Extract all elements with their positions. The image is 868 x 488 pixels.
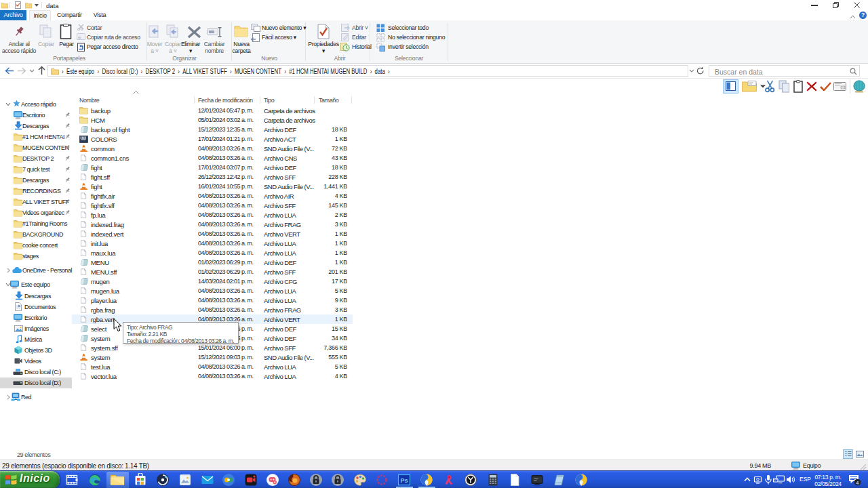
svg-text:4: 4 [856,480,859,486]
svg-text:Ps: Ps [401,477,408,484]
svg-text:w: w [77,35,81,39]
